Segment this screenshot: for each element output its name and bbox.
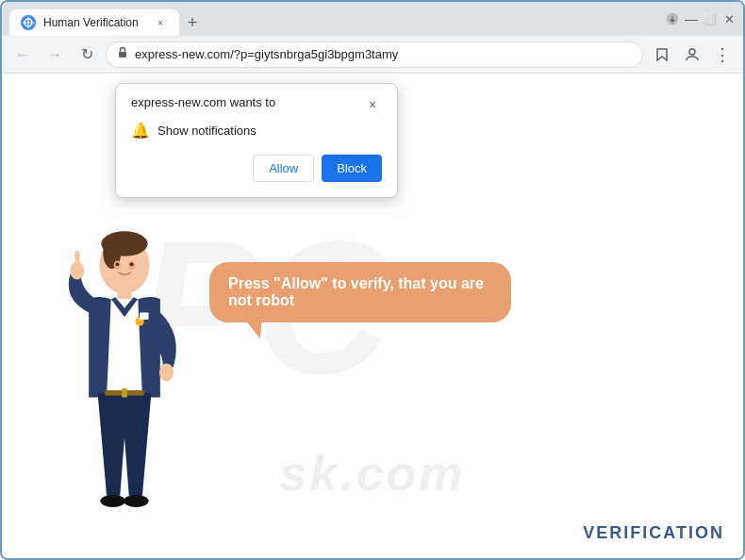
- tab-close-button[interactable]: ×: [153, 15, 168, 30]
- tab-title: Human Verification: [43, 16, 145, 29]
- popup-title: express-new.com wants to: [131, 95, 275, 109]
- minimize-button[interactable]: —: [685, 12, 698, 25]
- svg-point-12: [130, 262, 134, 266]
- url-bar[interactable]: express-new.com/?p=giytsnbrga5gi3bpgm3ta…: [106, 41, 643, 68]
- svg-point-15: [70, 261, 84, 279]
- svg-rect-13: [117, 288, 131, 301]
- lock-icon: [116, 46, 129, 62]
- verification-label: VERIFICATION: [583, 523, 724, 543]
- reload-button[interactable]: ↻: [74, 41, 100, 68]
- svg-point-17: [100, 495, 125, 507]
- svg-rect-3: [119, 52, 126, 58]
- profile-button[interactable]: [679, 41, 705, 68]
- popup-notification-row: 🔔 Show notifications: [131, 122, 382, 140]
- popup-actions: Allow Block: [131, 155, 382, 182]
- speech-bubble-text: Press "Allow" to verify, that you are no…: [228, 275, 484, 308]
- menu-button[interactable]: ⋮: [709, 41, 736, 68]
- download-indicator: [666, 12, 679, 25]
- forward-button[interactable]: →: [41, 41, 68, 68]
- page-content: PC sk.com express-new.com wants to × 🔔 S…: [2, 74, 743, 558]
- tab-favicon: [21, 15, 36, 30]
- close-window-button[interactable]: ✕: [722, 12, 736, 25]
- window-controls: — ⬜ ✕: [666, 12, 736, 25]
- svg-point-18: [124, 495, 149, 507]
- svg-point-4: [689, 49, 695, 55]
- tab-area: Human Verification × +: [9, 2, 662, 36]
- businessman-figure: [30, 219, 219, 558]
- new-tab-button[interactable]: +: [179, 9, 206, 36]
- title-bar: Human Verification × + — ⬜ ✕: [2, 2, 743, 36]
- address-actions: ⋮: [649, 41, 736, 68]
- bookmark-button[interactable]: [649, 41, 675, 68]
- bell-icon: 🔔: [131, 122, 150, 140]
- svg-rect-20: [140, 312, 148, 320]
- popup-header: express-new.com wants to ×: [131, 95, 382, 114]
- notification-label: Show notifications: [157, 124, 257, 138]
- svg-rect-22: [122, 388, 127, 397]
- browser-window: Human Verification × + — ⬜ ✕ ← → ↻: [0, 0, 745, 560]
- popup-close-button[interactable]: ×: [363, 95, 382, 114]
- notification-popup: express-new.com wants to × 🔔 Show notifi…: [115, 83, 398, 198]
- back-button[interactable]: ←: [9, 41, 36, 68]
- block-button[interactable]: Block: [322, 155, 382, 182]
- address-bar: ← → ↻ express-new.com/?p=giytsnbrga5gi3b…: [2, 36, 743, 74]
- speech-bubble: Press "Allow" to verify, that you are no…: [209, 262, 511, 322]
- svg-point-16: [159, 363, 174, 381]
- maximize-button[interactable]: ⬜: [704, 12, 717, 25]
- allow-button[interactable]: Allow: [253, 155, 314, 182]
- url-text: express-new.com/?p=giytsnbrga5gi3bpgm3ta…: [135, 47, 633, 61]
- active-tab[interactable]: Human Verification ×: [9, 9, 179, 36]
- svg-point-11: [116, 262, 120, 266]
